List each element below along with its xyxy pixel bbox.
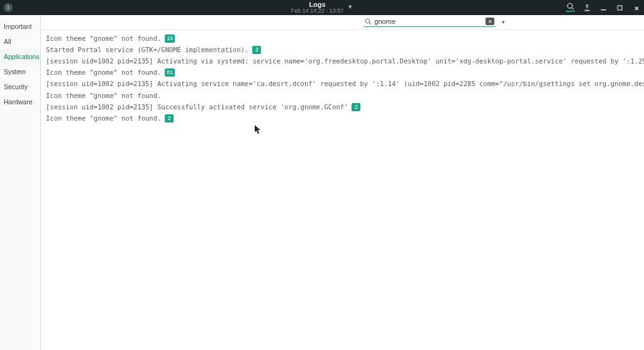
log-row[interactable]: [session uid=1002 pid=2135] Activating v… [41,55,644,67]
sidebar-item-applications[interactable]: Applications [0,49,40,64]
count-badge: 2 [252,46,261,54]
log-row[interactable]: Icon theme "gnome" not found.1513:57 [41,33,644,44]
sidebar-item-system[interactable]: System [0,64,40,79]
log-row[interactable]: [session uid=1002 pid=2135] Successfully… [41,101,644,112]
log-row[interactable]: Started Portal service (GTK+/GNOME imple… [41,44,644,55]
log-message: Icon theme "gnome" not found. [46,68,161,77]
log-row[interactable]: Icon theme "gnome" not found. [41,90,644,101]
minimize-icon[interactable] [599,3,608,12]
count-badge: 81 [165,68,175,77]
log-message: Icon theme "gnome" not found. [46,91,161,101]
clear-search-icon[interactable]: ✕ [486,18,494,25]
sidebar-item-important[interactable]: Important [0,19,40,34]
log-message: [session uid=1002 pid=2135] Activating s… [46,79,644,89]
title-center[interactable]: Logs Feb 14 14:22 - 13:57 ▼ [291,1,353,14]
close-icon[interactable] [631,3,640,12]
log-row[interactable]: Icon theme "gnome" not found.2 [41,113,644,124]
log-list[interactable]: Icon theme "gnome" not found.1513:57Star… [41,30,644,350]
sidebar: ImportantAllApplicationsSystemSecurityHa… [0,15,41,350]
log-message: Icon theme "gnome" not found. [46,34,161,43]
sidebar-item-all[interactable]: All [0,34,40,49]
search-icon[interactable] [566,3,575,12]
app-info-icon[interactable]: i [4,3,13,12]
search-input[interactable] [374,18,483,25]
count-badge: 15 [165,35,175,43]
log-message: Started Portal service (GTK+/GNOME imple… [46,45,248,55]
maximize-icon[interactable] [615,3,624,12]
export-icon[interactable] [582,3,591,12]
search-box[interactable]: ✕ [364,18,496,27]
search-options-dropdown[interactable]: ▼ [498,19,508,25]
log-row[interactable]: [session uid=1002 pid=2135] Activating s… [41,79,644,90]
sidebar-item-hardware[interactable]: Hardware [0,94,40,109]
count-badge: 2 [165,114,174,123]
sidebar-item-security[interactable]: Security [0,79,40,94]
chevron-down-icon[interactable]: ▼ [347,4,353,11]
log-message: [session uid=1002 pid=2135] Successfully… [46,102,348,112]
search-icon [365,18,372,25]
log-message: [session uid=1002 pid=2135] Activating v… [46,57,644,66]
svg-rect-0 [601,9,606,10]
log-row[interactable]: Icon theme "gnome" not found.81 [41,67,644,79]
log-message: Icon theme "gnome" not found. [46,114,161,123]
search-bar: ✕ ▼ [41,15,644,30]
window-subtitle: Feb 14 14:22 - 13:57 [291,8,344,14]
count-badge: 2 [352,103,360,111]
window-titlebar: i Logs Feb 14 14:22 - 13:57 ▼ [0,0,644,15]
